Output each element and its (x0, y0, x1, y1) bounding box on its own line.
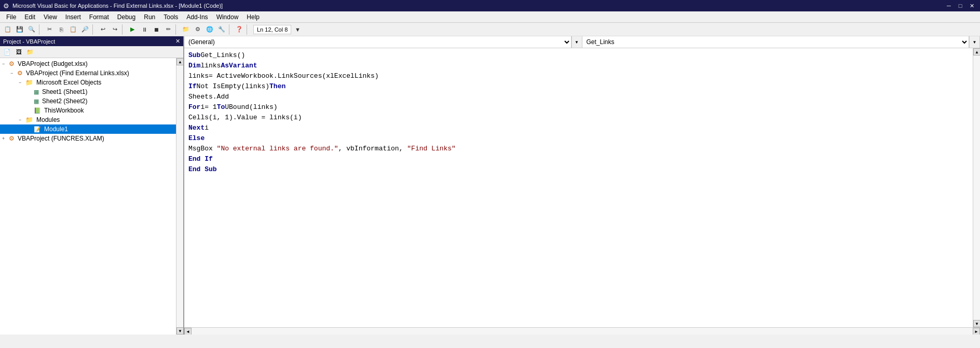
view-object-button[interactable]: 🖼 (13, 47, 24, 57)
tree-item[interactable]: − ⚙ VBAProject (Find External Links.xlsx… (0, 68, 176, 78)
code-editor[interactable]: Sub Get_Links() Dim links As Variant lin… (184, 48, 973, 327)
status-dropdown-button[interactable]: ▼ (292, 24, 303, 35)
minimize-button[interactable]: ─ (944, 2, 954, 10)
scroll-up-button[interactable]: ▲ (176, 58, 183, 65)
code-scroll-up[interactable]: ▲ (973, 48, 980, 55)
main-content: Project - VBAProject ✕ 📄 🖼 📁 − ⚙ VBAProj… (0, 36, 980, 335)
paste-button[interactable]: 📋 (67, 24, 79, 35)
run-button[interactable]: ▶ (127, 24, 138, 35)
project-toolbar: 📄 🖼 📁 (0, 46, 183, 58)
toolbar-separator-5 (229, 24, 232, 35)
h-scroll-left[interactable]: ◄ (184, 328, 192, 335)
general-dropdown-arrow[interactable]: ▼ (571, 36, 582, 48)
project-panel: Project - VBAProject ✕ 📄 🖼 📁 − ⚙ VBAProj… (0, 36, 184, 335)
break-button[interactable]: ⏸ (139, 24, 150, 35)
scroll-down-button[interactable]: ▼ (176, 327, 183, 335)
menu-item-view[interactable]: View (39, 11, 61, 22)
tree-item[interactable]: ▦ Sheet1 (Sheet1) (0, 87, 176, 96)
project-header-title: Project - VBAProject (3, 38, 55, 45)
code-line: If Not IsEmpty(links) Then (188, 81, 969, 92)
toolbox-button[interactable]: 🔧 (216, 24, 227, 35)
scroll-track (176, 65, 183, 327)
copy-button[interactable]: ⎘ (56, 24, 67, 35)
menu-item-tools[interactable]: Tools (159, 11, 182, 22)
help-button[interactable]: ❓ (234, 24, 245, 35)
app-icon: ⚙ (3, 2, 9, 10)
find-button[interactable]: 🔎 (79, 24, 91, 35)
redo-button[interactable]: ↪ (109, 24, 120, 35)
menu-item-file[interactable]: File (2, 11, 20, 22)
project-header: Project - VBAProject ✕ (0, 36, 183, 46)
menu-item-run[interactable]: Run (140, 11, 159, 22)
toolbar-separator-1 (39, 24, 42, 35)
code-line: Cells(i, 1).Value = links(i) (188, 113, 969, 123)
menu-item-window[interactable]: Window (212, 11, 243, 22)
expand-icon: + (2, 136, 7, 141)
restore-button[interactable]: □ (955, 2, 965, 10)
menu-item-format[interactable]: Format (85, 11, 113, 22)
tree-item-label: VBAProject (Budget.xlsx) (18, 60, 88, 67)
reset-button[interactable]: ⏹ (151, 24, 162, 35)
code-line: links = ActiveWorkbook.LinkSources(xlExc… (188, 71, 969, 81)
tree-item-label: Sheet1 (Sheet1) (42, 88, 87, 95)
code-line: End Sub (188, 164, 969, 175)
tree-item[interactable]: 📗 ThisWorkbook (0, 106, 176, 115)
project-close-button[interactable]: ✕ (175, 38, 180, 45)
undo-button[interactable]: ↩ (97, 24, 108, 35)
code-line: Sub Get_Links() (188, 50, 969, 61)
code-line: End If (188, 154, 969, 164)
bottom-scrollbar[interactable]: ◄ ► (184, 327, 980, 335)
code-area: (General) ▼ Get_Links ▼ Sub Get_Links() … (184, 36, 980, 335)
expand-icon: − (10, 71, 16, 76)
procedure-dropdown-arrow[interactable]: ▼ (969, 36, 979, 48)
tree-item[interactable]: 📝 Module1 (0, 124, 176, 134)
toolbar-separator-6 (247, 24, 250, 35)
close-button[interactable]: ✕ (967, 2, 977, 10)
menu-item-debug[interactable]: Debug (113, 11, 140, 22)
expand-icon: − (19, 80, 24, 85)
code-line: For i = 1 To UBound(links) (188, 102, 969, 113)
code-scroll-down[interactable]: ▼ (973, 320, 980, 327)
toolbar-separator-4 (175, 24, 179, 35)
h-scroll-right[interactable]: ► (973, 328, 980, 335)
title-bar-controls: ─ □ ✕ (944, 2, 977, 10)
project-explorer-button[interactable]: 📁 (180, 24, 192, 35)
code-editor-container: Sub Get_Links() Dim links As Variant lin… (184, 48, 980, 327)
design-mode-button[interactable]: ✏ (162, 24, 174, 35)
expand-icon: − (2, 61, 7, 66)
toggle-folders-button[interactable]: 📁 (25, 47, 35, 57)
menu-item-help[interactable]: Help (242, 11, 264, 22)
view-code-button[interactable]: 📄 (2, 47, 12, 57)
menu-item-add-ins[interactable]: Add-Ins (182, 11, 212, 22)
project-scrollbar[interactable]: ▲ ▼ (176, 58, 183, 335)
h-scroll-track (192, 328, 973, 335)
tree-item[interactable]: + ⚙ VBAProject (FUNCRES.XLAM) (0, 134, 176, 143)
code-line: MsgBox "No external links are found.", v… (188, 144, 969, 154)
menu-bar: FileEditViewInsertFormatDebugRunToolsAdd… (0, 11, 980, 23)
tree-item-label: Module1 (44, 126, 68, 133)
tree-item[interactable]: − ⚙ VBAProject (Budget.xlsx) (0, 59, 176, 68)
save-button[interactable]: 💾 (14, 24, 25, 35)
menu-item-insert[interactable]: Insert (61, 11, 85, 22)
tree-item-label: Modules (36, 116, 60, 123)
procedure-dropdown[interactable]: Get_Links (582, 36, 970, 48)
properties-button[interactable]: ⚙ (192, 24, 203, 35)
title-bar-left: ⚙ Microsoft Visual Basic for Application… (3, 2, 223, 10)
cut-button[interactable]: ✂ (44, 24, 55, 35)
tree-item[interactable]: ▦ Sheet2 (Sheet2) (0, 96, 176, 106)
object-browser-button[interactable]: 🌐 (204, 24, 215, 35)
tree-item[interactable]: − 📁 Microsoft Excel Objects (0, 78, 176, 87)
tree-item[interactable]: − 📁 Modules (0, 115, 176, 124)
project-tree: − ⚙ VBAProject (Budget.xlsx) − ⚙ VBAProj… (0, 58, 176, 335)
menu-item-edit[interactable]: Edit (20, 11, 39, 22)
tree-item-label: Sheet2 (Sheet2) (42, 98, 87, 105)
title-bar: ⚙ Microsoft Visual Basic for Application… (0, 0, 980, 11)
general-dropdown[interactable]: (General) (184, 36, 571, 48)
position-status: Ln 12, Col 8 (253, 25, 291, 34)
code-scrollbar[interactable]: ▲ ▼ (973, 48, 980, 327)
procedure-dropdown-container: Get_Links ▼ (582, 36, 981, 48)
code-scroll-track (973, 55, 980, 320)
search-button[interactable]: 🔍 (26, 24, 37, 35)
toolbar-separator-3 (122, 24, 125, 35)
view-button[interactable]: 📋 (2, 24, 13, 35)
